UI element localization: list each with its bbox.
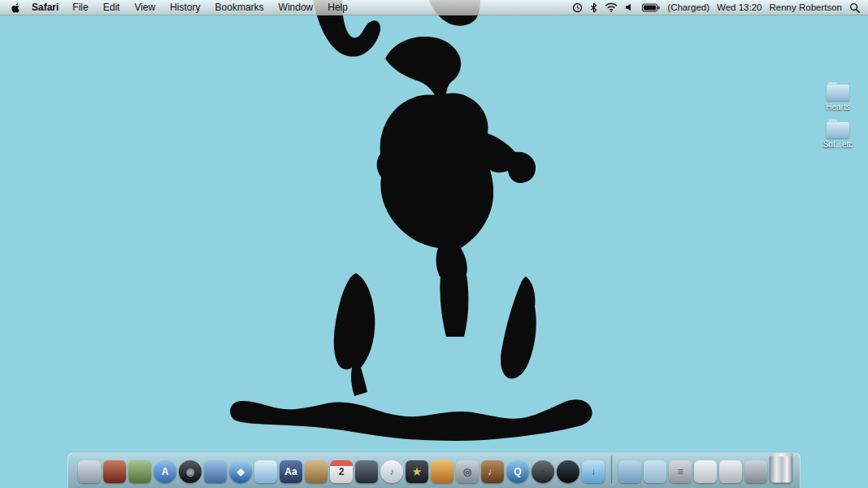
desktop-icons: HeartsSof...etc	[813, 85, 863, 149]
menu-window[interactable]: Window	[271, 2, 321, 13]
garageband-glyph: ♩	[488, 467, 497, 477]
desktop-icon-2[interactable]: Sof...etc	[813, 122, 863, 149]
dock-iweb-icon[interactable]: ◎	[456, 460, 479, 483]
dock-trash-icon[interactable]	[770, 455, 792, 483]
dock-migration-assistant-icon[interactable]	[78, 460, 101, 483]
dock-imovie-icon[interactable]: ★	[406, 460, 428, 483]
desktop-icon-label: Hearts	[826, 102, 849, 111]
dock-display-icon[interactable]	[744, 460, 767, 483]
dock-garageband-icon[interactable]: ♩	[481, 460, 504, 483]
menu-bar-status: (Charged) Wed 13:20 Renny Robertson	[572, 2, 868, 13]
dock-itunes-icon[interactable]: ♪	[380, 460, 403, 483]
menu-bar: Safari FileEditViewHistoryBookmarksWindo…	[0, 0, 868, 15]
dock-safari-icon[interactable]: ◆	[229, 460, 252, 483]
user-switcher[interactable]: Renny Robertson	[770, 2, 843, 12]
spotlight-icon[interactable]	[849, 2, 860, 13]
aperture-glyph: ●	[540, 467, 545, 477]
dock-ical-icon[interactable]: 2	[330, 460, 353, 483]
dock-dvd-player-icon[interactable]: ◉	[179, 460, 202, 483]
menu-bookmarks[interactable]: Bookmarks	[208, 2, 271, 13]
dock-divider	[611, 455, 612, 483]
time-machine-icon[interactable]	[572, 2, 583, 13]
menu-history[interactable]: History	[163, 2, 207, 13]
ical-glyph: 2	[339, 467, 345, 477]
dock-photos-app-icon[interactable]	[204, 460, 227, 483]
battery-icon[interactable]	[642, 3, 660, 12]
apple-logo-icon	[11, 2, 21, 14]
dvd-player-glyph: ◉	[186, 467, 194, 477]
itunes-glyph: ♪	[389, 467, 394, 477]
dock-documents-stack-icon[interactable]	[618, 460, 641, 483]
dock-file-cabinet-icon[interactable]: ≡	[669, 460, 692, 483]
dock-dark-sphere-app-icon[interactable]	[557, 460, 579, 483]
dock-browser-window-icon[interactable]	[719, 460, 742, 483]
dock-green-tv-app-icon[interactable]	[128, 460, 151, 483]
safari-glyph: ◆	[237, 467, 244, 477]
dock-iphoto-icon[interactable]	[431, 460, 454, 483]
wifi-icon[interactable]	[605, 2, 618, 12]
app-store-glyph: A	[162, 467, 169, 477]
file-cabinet-glyph: ≡	[677, 467, 683, 477]
calendar-header-strip	[330, 460, 353, 466]
battery-status-label[interactable]: (Charged)	[667, 2, 710, 12]
dock-ichat-icon[interactable]	[254, 460, 277, 483]
dock-downloads-arrow-icon[interactable]: ↓	[582, 460, 605, 483]
dock-document-window-icon[interactable]	[694, 460, 717, 483]
dock-address-book-icon[interactable]	[305, 460, 328, 483]
menu-bar-clock[interactable]: Wed 13:20	[717, 2, 762, 12]
active-app-name[interactable]: Safari	[30, 2, 65, 13]
apple-menu[interactable]	[0, 2, 30, 14]
dock-dictionary-icon[interactable]: Aa	[280, 460, 302, 483]
imovie-glyph: ★	[413, 467, 422, 477]
dock: A◉◆Aa2♪★◎♩Q●↓≡	[67, 452, 801, 488]
menu-edit[interactable]: Edit	[96, 2, 128, 13]
menu-bar-left: Safari FileEditViewHistoryBookmarksWindo…	[0, 0, 355, 15]
dictionary-glyph: Aa	[284, 467, 297, 477]
desktop-icon-1[interactable]: Hearts	[813, 85, 863, 111]
folder-icon	[827, 122, 849, 138]
folder-icon	[827, 85, 849, 101]
dock-red-rocket-app-icon[interactable]	[103, 460, 126, 483]
downloads-arrow-glyph: ↓	[591, 467, 596, 477]
quicktime-glyph: Q	[514, 467, 521, 477]
menu-help[interactable]: Help	[320, 2, 355, 13]
menu-file[interactable]: File	[65, 2, 95, 13]
dock-quicktime-icon[interactable]: Q	[506, 460, 529, 483]
bluetooth-icon[interactable]	[590, 2, 597, 13]
iweb-glyph: ◎	[463, 467, 471, 477]
wallpaper-silhouette	[0, 0, 868, 488]
volume-icon[interactable]	[625, 2, 635, 12]
menu-items: FileEditViewHistoryBookmarksWindowHelp	[65, 0, 355, 15]
desktop-icon-label: Sof...etc	[823, 140, 853, 149]
dock-downloads-stack-icon[interactable]	[644, 460, 666, 483]
dock-aperture-icon[interactable]: ●	[532, 460, 554, 483]
dock-app-store-icon[interactable]: A	[154, 460, 176, 483]
menu-view[interactable]: View	[127, 2, 163, 13]
dock-screen-sharing-icon[interactable]	[355, 460, 378, 483]
